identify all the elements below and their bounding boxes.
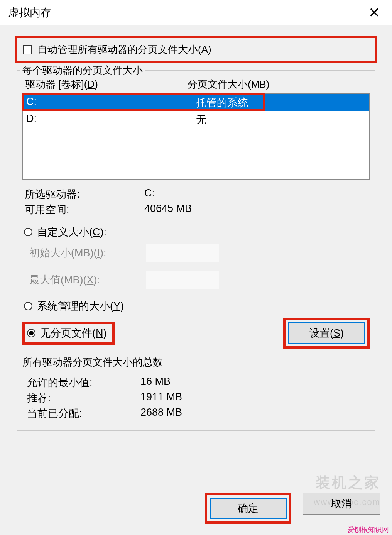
system-managed-label: 系统管理的大小(Y) — [37, 299, 124, 313]
drive-row-c[interactable]: C: 托管的系统 — [23, 94, 369, 111]
no-page-and-set-row: 无分页文件(N) 设置(S) — [22, 318, 370, 349]
totals-group: 所有驱动器分页文件大小的总数 允许的最小值: 16 MB 推荐: 1911 MB… — [17, 362, 375, 431]
close-icon[interactable]: ✕ — [365, 5, 384, 21]
custom-size-label: 自定义大小(C): — [37, 225, 106, 239]
header-size: 分页文件大小(MB) — [188, 78, 269, 91]
titlebar: 虚拟内存 ✕ — [0, 0, 392, 25]
custom-size-radio[interactable] — [24, 228, 32, 236]
drive-row-d[interactable]: D: 无 — [23, 111, 369, 128]
no-paging-label: 无分页文件(N) — [40, 326, 107, 340]
system-managed-radio[interactable] — [24, 302, 32, 310]
dialog-title: 虚拟内存 — [8, 5, 51, 20]
initial-size-input — [146, 244, 219, 262]
watermark-url: www.lotpc.com — [314, 497, 380, 507]
ok-button-highlight: 确定 — [205, 493, 291, 524]
ok-button[interactable]: 确定 — [210, 498, 287, 519]
custom-size-radio-row[interactable]: 自定义大小(C): — [22, 223, 370, 241]
header-drive: 驱动器 [卷标](D) — [25, 78, 188, 91]
drive-list-header: 驱动器 [卷标](D) 分页文件大小(MB) — [22, 75, 370, 93]
auto-manage-checkbox-row[interactable]: 自动管理所有驱动器的分页文件大小(A) — [15, 36, 377, 63]
max-size-row: 最大值(MB)(X): — [22, 268, 370, 291]
max-size-input — [146, 271, 219, 289]
initial-size-row: 初始大小(MB)(I): — [22, 241, 370, 264]
no-paging-file-highlight: 无分页文件(N) — [22, 322, 115, 345]
drives-group-legend: 每个驱动器的分页文件大小 — [20, 64, 145, 77]
initial-size-label: 初始大小(MB)(I): — [24, 246, 146, 260]
no-paging-radio[interactable] — [27, 329, 35, 337]
no-paging-radio-row[interactable]: 无分页文件(N) — [27, 326, 107, 340]
max-size-label: 最大值(MB)(X): — [24, 273, 146, 287]
virtual-memory-dialog: 虚拟内存 ✕ 自动管理所有驱动器的分页文件大小(A) 每个驱动器的分页文件大小 … — [0, 0, 392, 535]
system-managed-radio-row[interactable]: 系统管理的大小(Y) — [22, 297, 370, 315]
drive-list[interactable]: C: 托管的系统 D: 无 — [22, 93, 370, 180]
auto-manage-label: 自动管理所有驱动器的分页文件大小(A) — [37, 43, 211, 56]
totals-group-legend: 所有驱动器分页文件大小的总数 — [20, 356, 165, 369]
min-allowed-row: 允许的最小值: 16 MB — [22, 376, 370, 389]
watermark-site: 爱刨根知识网 — [347, 525, 389, 534]
current-allocated-row: 当前已分配: 2688 MB — [22, 406, 370, 420]
watermark-brand: 装机之家 — [316, 473, 380, 493]
dialog-body: 自动管理所有驱动器的分页文件大小(A) 每个驱动器的分页文件大小 驱动器 [卷标… — [0, 25, 392, 488]
drives-group: 每个驱动器的分页文件大小 驱动器 [卷标](D) 分页文件大小(MB) C: 托… — [17, 70, 375, 354]
set-button[interactable]: 设置(S) — [288, 322, 365, 344]
auto-manage-checkbox[interactable] — [23, 45, 32, 54]
dialog-button-row: 确定 取消 — [0, 488, 392, 535]
recommended-row: 推荐: 1911 MB — [22, 391, 370, 405]
set-button-highlight: 设置(S) — [283, 318, 370, 349]
available-space-row: 可用空间: 40645 MB — [22, 203, 370, 217]
selected-drive-row: 所选驱动器: C: — [22, 187, 370, 201]
